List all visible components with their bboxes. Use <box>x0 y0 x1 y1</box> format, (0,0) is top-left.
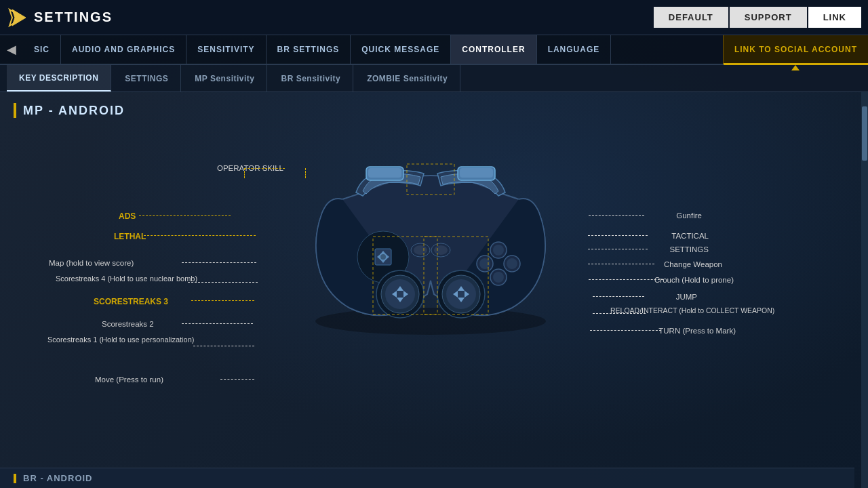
label-tactical: TACTICAL <box>671 232 709 240</box>
label-lethal: LETHAL <box>114 232 146 241</box>
label-scorestreaks4: Scorestreaks 4 (Hold to use nuclear bomb… <box>56 274 184 283</box>
svg-rect-4 <box>368 168 401 178</box>
svg-point-33 <box>493 272 504 283</box>
svg-point-29 <box>493 245 504 256</box>
nav-tab-controller[interactable]: CONTROLLER <box>451 35 536 64</box>
label-reload: RELOAD/INTERACT (Hold to COLLECT WEAPON) <box>610 306 766 316</box>
nav-tab-language[interactable]: LANGUAGE <box>537 35 612 64</box>
sub-tab-mp-sensitivity[interactable]: MP Sensitivity <box>182 65 267 92</box>
svg-point-2 <box>315 308 546 335</box>
nav-tab-br-settings[interactable]: BR SETTINGS <box>267 35 351 64</box>
nav-arrow-left[interactable]: ◀ <box>0 35 23 64</box>
scrollbar[interactable] <box>861 92 868 488</box>
label-map: Map (hold to view score) <box>49 259 134 267</box>
bottom-preview-bar <box>14 474 16 483</box>
label-scorestreaks2: Scorestreaks 2 <box>102 320 154 328</box>
link-button[interactable]: LINK <box>808 7 861 28</box>
sub-tab-zombie-sensitivity[interactable]: ZOMBIE Sensitivity <box>355 65 460 92</box>
sub-tabs: KEY DESCRIPTION SETTINGS MP Sensitivity … <box>0 65 868 92</box>
support-button[interactable]: SUPPORT <box>730 7 807 28</box>
svg-point-39 <box>434 245 448 255</box>
label-scorestreaks3: SCORESTREAKS 3 <box>94 297 168 306</box>
section-title: MP - ANDROID <box>14 103 848 118</box>
label-crouch: Crouch (Hold to prone) <box>654 276 734 284</box>
label-settings: SETTINGS <box>669 245 709 253</box>
nav-tab-quick-message[interactable]: QUICK MESSAGE <box>351 35 451 64</box>
label-change-weapon: Change Weapon <box>664 260 722 268</box>
nav-tab-basic[interactable]: SIC <box>23 35 61 64</box>
label-gunfire: Gunfire <box>676 211 702 220</box>
controller-diagram: OPERATOR SKILL ADS LETHAL Map (hold to v… <box>14 131 848 457</box>
svg-point-13 <box>380 254 386 260</box>
svg-point-37 <box>414 245 427 255</box>
label-turn: TURN (Press to Mark) <box>658 327 736 335</box>
svg-point-16 <box>385 279 415 309</box>
nav-tab-social[interactable]: LINK TO SOCIAL ACCOUNT <box>723 35 868 64</box>
section-title-bar <box>14 103 16 118</box>
default-button[interactable]: DEFAULT <box>654 7 728 28</box>
app-logo-icon <box>7 7 28 28</box>
section-title-text: MP - ANDROID <box>23 104 125 118</box>
svg-point-35 <box>479 258 490 269</box>
app-title: SETTINGS <box>34 9 113 25</box>
scrollbar-thumb[interactable] <box>862 106 867 161</box>
label-ads: ADS <box>119 211 136 221</box>
label-scorestreaks1: Scorestreaks 1 (Hold to use personalizat… <box>47 335 183 344</box>
svg-point-31 <box>507 258 517 269</box>
social-arrow-icon <box>791 65 800 70</box>
bottom-preview-text: BR - ANDROID <box>23 473 93 483</box>
content-area: MP - ANDROID <box>0 92 868 488</box>
nav-tab-audio[interactable]: AUDIO AND GRAPHICS <box>61 35 186 64</box>
bottom-preview: BR - ANDROID <box>0 468 854 488</box>
label-jump: JUMP <box>676 293 697 301</box>
top-buttons: DEFAULT SUPPORT LINK <box>654 7 861 28</box>
main-content: MP - ANDROID <box>0 92 861 488</box>
svg-point-23 <box>446 279 476 309</box>
sub-tab-br-sensitivity[interactable]: BR Sensitivity <box>269 65 353 92</box>
social-tab-label: LINK TO SOCIAL ACCOUNT <box>734 45 857 54</box>
top-bar: SETTINGS DEFAULT SUPPORT LINK <box>0 0 868 35</box>
label-move: Move (Press to run) <box>95 375 163 384</box>
nav-tab-sensitivity[interactable]: SENSITIVITY <box>186 35 266 64</box>
svg-rect-6 <box>460 168 493 178</box>
controller-image <box>302 145 559 375</box>
sub-tab-key-description[interactable]: KEY DESCRIPTION <box>7 65 111 92</box>
nav-tabs: ◀ SIC AUDIO AND GRAPHICS SENSITIVITY BR … <box>0 35 868 65</box>
logo-section: SETTINGS <box>7 7 113 28</box>
sub-tab-settings[interactable]: SETTINGS <box>113 65 181 92</box>
